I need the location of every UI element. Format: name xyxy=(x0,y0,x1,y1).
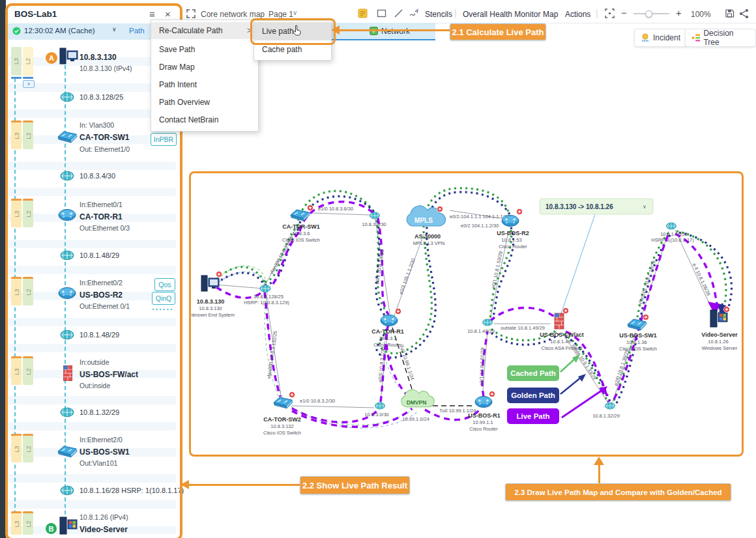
rectangle-tool-icon[interactable] xyxy=(377,8,386,18)
more-badges-dots[interactable]: ...... xyxy=(152,302,174,312)
path-result-box[interactable]: 10.8.3.130 -> 10.8.1.26 ∨ xyxy=(540,199,653,214)
network-globe-icon xyxy=(59,407,75,418)
out-interface: Out:inside xyxy=(80,382,110,389)
cached-path xyxy=(216,188,726,402)
network-label[interactable]: 10.8.1.16/28 HSRP: 1(10.8.1.17) xyxy=(80,487,184,494)
line-tool-icon[interactable] xyxy=(394,8,403,18)
zoom-level[interactable]: 100% xyxy=(691,10,711,19)
node-video-server[interactable]: Video-Server 10.8.1.26 Windows Server xyxy=(701,307,738,352)
node-net-148[interactable]: 10.8.1.48/29 xyxy=(467,319,495,334)
note-tool-icon[interactable] xyxy=(358,8,368,18)
l2-badge[interactable]: L2 xyxy=(23,47,33,76)
svg-text:Unknown End System: Unknown End System xyxy=(190,312,235,318)
share-icon[interactable] xyxy=(739,8,749,18)
actions-menu-button[interactable]: Actions xyxy=(565,10,590,19)
l2-badge[interactable]: L2 xyxy=(23,120,33,149)
endpoint-a-marker: A xyxy=(46,52,57,64)
expand-icon[interactable] xyxy=(186,9,196,18)
zoom-out-button[interactable]: − xyxy=(621,7,627,18)
svg-text:e.4 10.8.1.26/28: e.4 10.8.1.26/28 xyxy=(691,262,712,296)
fit-screen-icon[interactable] xyxy=(605,8,615,18)
path-item-name[interactable]: US-BOS-R2 xyxy=(80,290,123,300)
incident-button[interactable]: Incident xyxy=(634,29,687,47)
page-selector[interactable]: Page 1 xyxy=(269,10,293,19)
menu-item-path-overview[interactable]: Path Overview xyxy=(151,94,258,111)
path-item-name[interactable]: CA-TOR-R1 xyxy=(80,212,123,221)
l2-badge[interactable]: L2 xyxy=(23,356,33,385)
svg-text:e0/3 105.1.1.2/30: e0/3 105.1.1.2/30 xyxy=(398,257,416,295)
svg-text:e0/1 10.8.3.5/30: e0/1 10.8.3.5/30 xyxy=(374,249,385,285)
network-label[interactable]: 10.8.1.48/29 xyxy=(80,251,119,259)
qos-badge[interactable]: Qos xyxy=(154,278,175,291)
overall-health-monitor-button[interactable]: Overall Health Monitor xyxy=(463,10,540,19)
stencils-button[interactable]: Stencils xyxy=(425,10,452,19)
network-label[interactable]: 10.8.3.128/25 xyxy=(80,93,123,101)
hamburger-menu-icon[interactable]: ≡ xyxy=(149,9,155,19)
status-time[interactable]: 12:30:02 AM (Cache) xyxy=(24,27,95,35)
path-item-name[interactable]: Video-Server xyxy=(80,525,128,534)
node-us-bos-fw[interactable]: US-BOS-FW/act 10.8.1.49 Cisco ASA Firewa… xyxy=(540,308,584,352)
svg-text:DMVPN: DMVPN xyxy=(407,399,427,406)
l2-badge[interactable]: L2 xyxy=(23,434,33,462)
switch-icon xyxy=(56,129,78,145)
tab-network[interactable]: Network xyxy=(381,27,410,36)
svg-text:HSRP: 1(10.8.1.17): HSRP: 1(10.8.1.17) xyxy=(651,237,694,243)
page-chevron-icon[interactable]: ∨ xyxy=(293,9,297,16)
l2-expand-chevron-icon[interactable]: ∨ xyxy=(23,80,35,88)
result-chevron-icon[interactable]: ∨ xyxy=(643,204,647,210)
map-menu-button[interactable]: Map xyxy=(543,10,558,19)
out-interface: Out: Ethernet1/0 xyxy=(80,145,130,153)
inpbr-badge[interactable]: InPBR xyxy=(151,133,177,146)
save-icon[interactable] xyxy=(725,8,734,18)
path-item-name[interactable]: US-BOS-FW/act xyxy=(80,370,138,379)
svg-text:10.8.3.130 -> 10.8.1.26: 10.8.3.130 -> 10.8.1.26 xyxy=(545,203,613,210)
l2-badge[interactable]: L2 xyxy=(23,511,33,535)
node-net-132[interactable]: 10.8.1.32/29 xyxy=(592,403,620,419)
l2-badge[interactable]: L2 xyxy=(23,199,33,227)
network-map-canvas[interactable]: e1/0 10.8.3.6/30 e0/2-104.1.1.1 104.1.1.… xyxy=(190,173,743,456)
firewall-icon xyxy=(62,364,74,382)
zoom-slider-knob[interactable] xyxy=(645,10,652,18)
router-icon xyxy=(57,285,78,301)
annotation-step1: 2.1 Calculate Live Path xyxy=(450,23,546,40)
path-item-name[interactable]: CA-TOR-SW1 xyxy=(80,133,129,142)
submenu-item-cache-path[interactable]: Cache path xyxy=(254,40,331,59)
close-icon[interactable]: × xyxy=(165,9,171,19)
step1-arrow-line xyxy=(338,29,450,31)
network-label[interactable]: 10.8.3.4/30 xyxy=(80,172,115,180)
svg-text:Golden Path: Golden Path xyxy=(511,391,555,399)
l2-badge[interactable]: L2 xyxy=(23,277,33,305)
svg-text:MPLS L3 VPN: MPLS L3 VPN xyxy=(413,240,444,246)
polyline-tool-icon[interactable] xyxy=(409,8,419,18)
result-box-connector xyxy=(559,214,595,319)
left-nav-strip xyxy=(0,0,6,538)
menu-item-save-path[interactable]: Save Path xyxy=(151,41,258,58)
breadcrumb[interactable]: Core network map xyxy=(201,10,265,19)
menu-item-contact-netbrain[interactable]: Contact NetBrain xyxy=(151,111,258,128)
svg-text:10.8.1.49: 10.8.1.49 xyxy=(550,339,570,345)
node-us-bos-sw1[interactable]: US-BOS-SW1 10.8.1.36 Cisco IOS Switch xyxy=(619,315,657,352)
node-dmvpn-cloud[interactable]: DMVPN 10.99.1.0/24 xyxy=(401,389,434,422)
in-interface: In:Ethernet2/0 xyxy=(80,436,123,444)
svg-text:10.8.3.130: 10.8.3.130 xyxy=(199,305,222,311)
node-net-128[interactable]: 10.8.3.128/25 HSRP: 1(10.8.3.129) xyxy=(244,285,289,305)
node-net-116[interactable]: 10.8.1.16/28 HSRP: 1(10.8.1.17) xyxy=(651,223,694,243)
menu-item-recalculate-path[interactable]: Re-Calculate Path > xyxy=(151,22,258,39)
node-net-30[interactable]: 10.8.3.0/30 xyxy=(364,403,389,418)
legend-cached[interactable]: Cached Path xyxy=(507,354,580,381)
path-item-name[interactable]: 10.8.3.130 xyxy=(80,53,117,62)
in-interface: In:Ethernet0/1 xyxy=(80,201,123,208)
status-chevron-icon[interactable]: ∨ xyxy=(112,26,117,33)
network-label[interactable]: 10.8.1.32/29 xyxy=(80,408,119,416)
decision-tree-button[interactable]: Decision Tree xyxy=(685,29,756,47)
path-tab-link[interactable]: Path xyxy=(129,27,145,35)
menu-item-path-intent[interactable]: Path Intent xyxy=(151,76,258,93)
node-mpls-cloud[interactable]: MPLS AS 30000 MPLS L3 VPN xyxy=(407,206,445,246)
annotation-step3: 2.3 Draw Live Path Map and Compare with … xyxy=(505,483,731,501)
svg-text:10.8.3.1: 10.8.3.1 xyxy=(379,335,396,341)
step3-arrow-line xyxy=(598,464,600,483)
network-label[interactable]: 10.8.1.48/29 xyxy=(80,331,119,339)
menu-item-draw-map[interactable]: Draw Map xyxy=(151,59,258,76)
path-item-name[interactable]: US-BOS-SW1 xyxy=(80,447,130,457)
zoom-in-button[interactable]: + xyxy=(676,7,682,18)
